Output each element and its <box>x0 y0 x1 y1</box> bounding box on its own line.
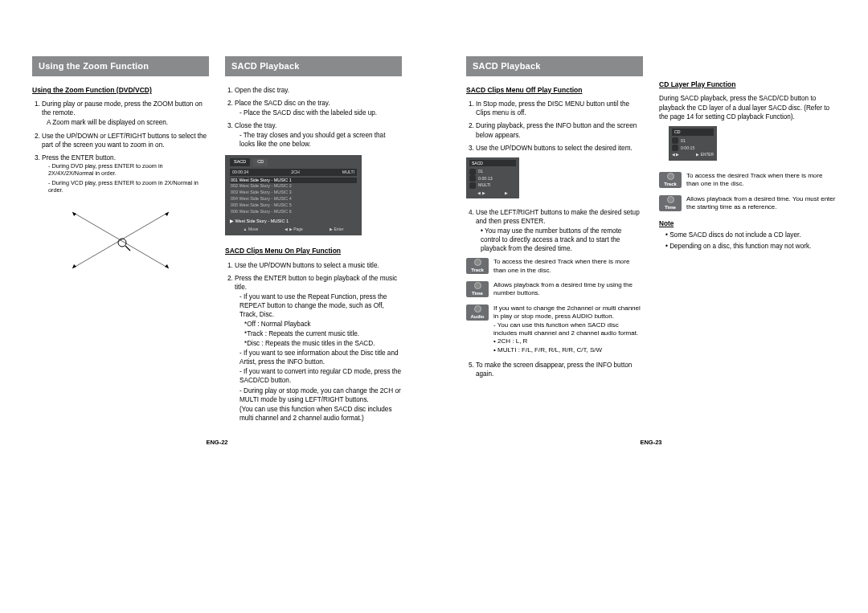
osd-row-1: 002 West Side Story - MUSIC 2 <box>230 183 357 190</box>
note-title: Note <box>659 219 836 228</box>
zoom-step-2: Use the UP/DOWN or LEFT/RIGHT buttons to… <box>42 132 209 149</box>
osd-tab-sacd: SACD <box>230 158 250 166</box>
zoom-step-1: During play or pause mode, press the ZOO… <box>42 100 203 116</box>
sacd-load-2: Place the SACD disc on the tray. <box>235 100 330 107</box>
cd-icon-track-text: To access the desired Track when there i… <box>686 172 836 189</box>
icon-track-text: To access the desired Track when there i… <box>493 258 643 275</box>
zoom-steps: During play or pause mode, press the ZOO… <box>32 100 209 194</box>
zoom-step-1-sub: A Zoom mark will be displayed on screen. <box>42 118 209 127</box>
osd-multi: MULTI <box>342 170 354 175</box>
audio-badge-icon: Audio <box>466 304 489 321</box>
clips-on-steps: Use the UP/DOWN buttons to select a musi… <box>225 261 402 423</box>
footer-right: ENG-23 <box>466 427 836 446</box>
clips-off-3: Use the UP/DOWN buttons to select the de… <box>476 144 643 153</box>
cd-osd-f1: ▶ ENTER <box>696 153 714 157</box>
svg-marker-5 <box>165 264 169 268</box>
clips-off-5: To make the screen disappear, press the … <box>476 361 643 378</box>
icon-audio-text: If you want to change the 2channel or mu… <box>493 304 643 354</box>
clips-off-steps: In Stop mode, press the DISC MENU button… <box>466 100 643 152</box>
audio-sub-1: 2CH : L, R <box>493 337 643 345</box>
right-page-col1: SACD Playback SACD Clips Menu Off Play F… <box>466 56 643 427</box>
sacd-load-2-sub: Place the SACD disc with the labeled sid… <box>235 108 402 117</box>
clips-off-4-sub: You may use the number buttons of the re… <box>476 227 643 253</box>
clips-off-1: In Stop mode, press the DISC MENU button… <box>476 100 643 117</box>
note-0: Some SACD discs do not include a CD laye… <box>665 231 836 239</box>
cd-osd-l1: 0:00:15 <box>681 145 694 152</box>
osd-mini-l0: 01 <box>478 168 483 174</box>
cd-time-badge-icon: Time <box>659 195 682 211</box>
icon-row-audio: Audio If you want to change the 2channel… <box>466 304 643 354</box>
sacd-load-1: Open the disc tray. <box>235 86 402 95</box>
clips-on-mode-1: *Track : Repeats the current music title… <box>235 329 402 338</box>
sacd-load-steps: Open the disc tray. Place the SACD disc … <box>225 86 402 149</box>
cd-icon-row-track: Track To access the desired Track when t… <box>659 172 836 189</box>
section-cd-layer: CD Layer Play Function <box>659 80 836 89</box>
osd-tab-cd: CD <box>253 158 268 166</box>
sacd-load-3-sub: The tray closes and you should get a scr… <box>235 131 402 149</box>
header-sacd-2: SACD Playback <box>466 56 643 76</box>
audio-icon <box>469 182 476 189</box>
svg-marker-4 <box>72 264 76 268</box>
time-icon <box>469 175 476 182</box>
clips-on-tail: (You can use this function when SACD dis… <box>235 405 402 423</box>
clips-on-1: Use the UP/DOWN buttons to select a musi… <box>235 261 402 270</box>
section-clips-off: SACD Clips Menu Off Play Function <box>466 86 643 95</box>
clips-on-mode-2: *Disc : Repeats the music titles in the … <box>235 339 402 348</box>
cd-layer-intro: During SACD playback, press the SACD/CD … <box>659 94 836 121</box>
osd-mini-l2: MULTI <box>478 182 491 188</box>
cd-time-icon <box>672 145 678 151</box>
cd-track-icon <box>672 137 678 144</box>
page-right: SACD Playback SACD Clips Menu Off Play F… <box>434 24 868 454</box>
header-sacd-1: SACD Playback <box>225 56 402 76</box>
clips-off-2: During playback, press the INFO button a… <box>476 121 643 139</box>
page-left: Using the Zoom Function Using the Zoom F… <box>0 24 434 454</box>
osd-2ch: 2CH <box>291 170 299 175</box>
cd-osd: CD 01 0:00:15 ◀ ▶▶ ENTER <box>669 126 717 161</box>
icon-row-track: Track To access the desired Track when t… <box>466 258 643 275</box>
sacd-osd-mini: SACD 01 0:00:13 MULTI ◀ ▶▶ <box>466 157 519 198</box>
clips-on-mode-0: *Off : Normal Playback <box>235 320 402 329</box>
zoom-step-3-fine-1: During VCD play, press ENTER to zoom in … <box>42 179 209 194</box>
audio-sub-2: MULTI : F/L, F/R, R/L, R/R, C/T, S/W <box>493 346 643 354</box>
sacd-osd-screenshot: SACD CD 00:00:24 2CH MULTI 001 West Side… <box>225 155 362 235</box>
osd-row-4: 005 West Side Story - MUSIC 5 <box>230 202 357 209</box>
cd-osd-l0: 01 <box>681 137 686 145</box>
clips-on-sub-3: During play or stop mode, you can change… <box>235 386 402 404</box>
header-zoom: Using the Zoom Function <box>32 56 209 76</box>
svg-marker-2 <box>72 212 76 216</box>
page-spread: Using the Zoom Function Using the Zoom F… <box>0 24 868 454</box>
cd-osd-title: CD <box>672 129 714 136</box>
left-page-col2: SACD Playback Open the disc tray. Place … <box>225 56 402 427</box>
right-page-col2: CD Layer Play Function During SACD playb… <box>659 56 836 427</box>
section-zoom-dvdvcd: Using the Zoom Function (DVD/VCD) <box>32 86 209 95</box>
osd-ctrl-0: ▲ Move <box>244 227 259 232</box>
osd-ctrl-1: ◀ ▶ Page <box>285 227 302 232</box>
note-1: Depending on a disc, this function may n… <box>665 242 836 251</box>
cd-icon-row-time: Time Allows playback from a desired time… <box>659 195 836 212</box>
osd-now-playing: ▶ West Side Story - MUSIC 1 <box>230 218 357 225</box>
clips-off-4: Use the LEFT/RIGHT buttons to make the d… <box>476 209 640 225</box>
zoom-step-3: Press the ENTER button. <box>42 154 116 161</box>
audio-sub-0: You can use this function when SACD disc… <box>493 321 643 338</box>
track-icon <box>469 169 476 175</box>
zoom-step-3-fine-0: During DVD play, press ENTER to zoom in … <box>42 162 209 178</box>
osd-ctrl-2: ▶ Enter <box>330 227 343 232</box>
cd-osd-f0: ◀ ▶ <box>672 153 679 157</box>
osd-mini-l1: 0:00:13 <box>478 175 493 182</box>
clips-on-sub-2: If you want to convert into regular CD m… <box>235 367 402 385</box>
cd-track-badge-icon: Track <box>659 172 682 188</box>
clips-off-step5: To make the screen disappear, press the … <box>466 361 643 378</box>
clips-on-2: Press the ENTER button to begin playback… <box>235 275 397 291</box>
time-badge-icon: Time <box>466 281 489 297</box>
osd-row-2: 003 West Side Story - MUSIC 3 <box>230 190 357 196</box>
zoom-diagram <box>64 204 177 276</box>
icon-row-time: Time Allows playback from a desired time… <box>466 281 643 298</box>
track-badge-icon: Track <box>466 258 489 274</box>
sacd-load-3: Close the tray. <box>235 122 276 129</box>
icon-time-text: Allows playback from a desired time by u… <box>493 281 643 298</box>
section-clips-on: SACD Clips Menu On Play Function <box>225 247 402 255</box>
cd-icon-time-text: Allows playback from a desired time. You… <box>686 195 836 212</box>
left-page-col1: Using the Zoom Function Using the Zoom F… <box>32 56 209 427</box>
note-list: Some SACD discs do not include a CD laye… <box>659 231 836 250</box>
osd-row-3: 004 West Side Story - MUSIC 4 <box>230 196 357 202</box>
